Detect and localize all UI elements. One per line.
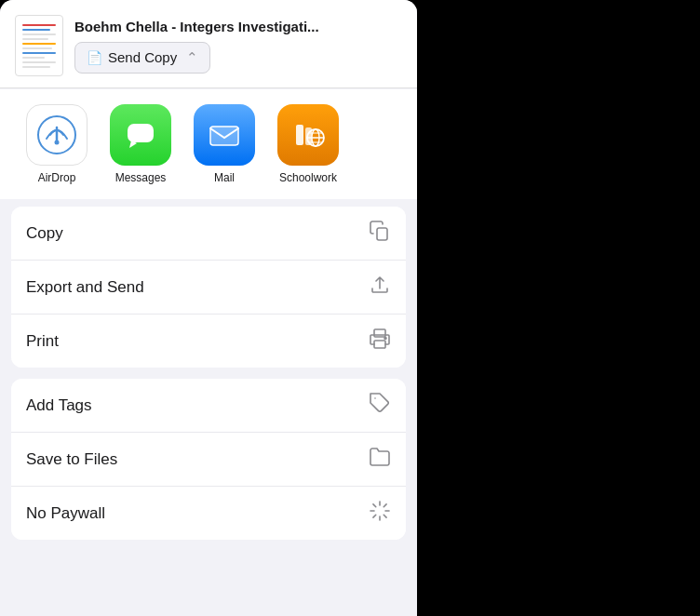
svg-rect-13 xyxy=(377,228,387,240)
actions-group-1: Copy Export and Send Print xyxy=(11,207,406,368)
actions-group-2: Add Tags Save to Files No Paywall xyxy=(11,379,406,540)
no-paywall-label: No Paywall xyxy=(26,504,105,523)
svg-line-24 xyxy=(373,515,376,517)
svg-line-21 xyxy=(384,515,386,517)
svg-point-16 xyxy=(384,338,386,340)
schoolwork-label: Schoolwork xyxy=(279,171,337,184)
svg-rect-6 xyxy=(296,125,303,145)
print-label: Print xyxy=(26,332,59,351)
schoolwork-icon xyxy=(277,104,339,166)
print-icon xyxy=(369,328,391,355)
print-action[interactable]: Print xyxy=(11,315,406,368)
svg-point-1 xyxy=(55,141,60,145)
svg-rect-4 xyxy=(210,127,238,145)
share-header: Boehm Chella - Integers Investigati... 📄… xyxy=(0,0,417,88)
svg-rect-2 xyxy=(128,124,154,142)
folder-icon xyxy=(369,446,391,473)
save-to-files-action[interactable]: Save to Files xyxy=(11,433,406,487)
svg-line-25 xyxy=(384,504,386,507)
copy-label: Copy xyxy=(26,224,63,243)
chevron-icon: ⌃ xyxy=(186,49,198,66)
copy-icon xyxy=(369,220,391,247)
send-copy-label: Send Copy xyxy=(108,49,177,65)
export-icon xyxy=(369,274,391,301)
doc-title: Boehm Chella - Integers Investigati... xyxy=(74,19,402,34)
apps-section: AirDrop Messages xyxy=(0,89,417,199)
app-mail[interactable]: Mail xyxy=(182,104,266,184)
no-paywall-action[interactable]: No Paywall xyxy=(11,487,406,540)
add-tags-action[interactable]: Add Tags xyxy=(11,379,406,433)
export-and-send-action[interactable]: Export and Send xyxy=(11,261,406,315)
loader-icon xyxy=(369,500,391,527)
send-copy-button[interactable]: 📄 Send Copy ⌃ xyxy=(74,42,210,74)
apps-row: AirDrop Messages xyxy=(0,104,417,184)
mail-label: Mail xyxy=(214,171,235,184)
messages-icon xyxy=(110,104,171,166)
save-to-files-label: Save to Files xyxy=(26,450,117,469)
messages-label: Messages xyxy=(115,171,167,184)
add-tags-label: Add Tags xyxy=(26,396,92,415)
header-text: Boehm Chella - Integers Investigati... 📄… xyxy=(74,19,402,74)
tag-icon xyxy=(369,392,391,419)
copy-action[interactable]: Copy xyxy=(11,207,406,261)
app-messages[interactable]: Messages xyxy=(99,104,182,184)
app-schoolwork[interactable]: Schoolwork xyxy=(266,104,350,184)
export-and-send-label: Export and Send xyxy=(26,278,144,297)
app-airdrop[interactable]: AirDrop xyxy=(15,104,99,184)
airdrop-label: AirDrop xyxy=(38,171,76,184)
share-panel: Boehm Chella - Integers Investigati... 📄… xyxy=(0,0,417,616)
airdrop-icon xyxy=(26,104,88,166)
svg-rect-15 xyxy=(374,341,385,348)
svg-line-20 xyxy=(373,504,376,507)
mail-icon xyxy=(194,104,255,166)
file-icon: 📄 xyxy=(87,50,102,65)
doc-thumbnail xyxy=(15,15,63,76)
